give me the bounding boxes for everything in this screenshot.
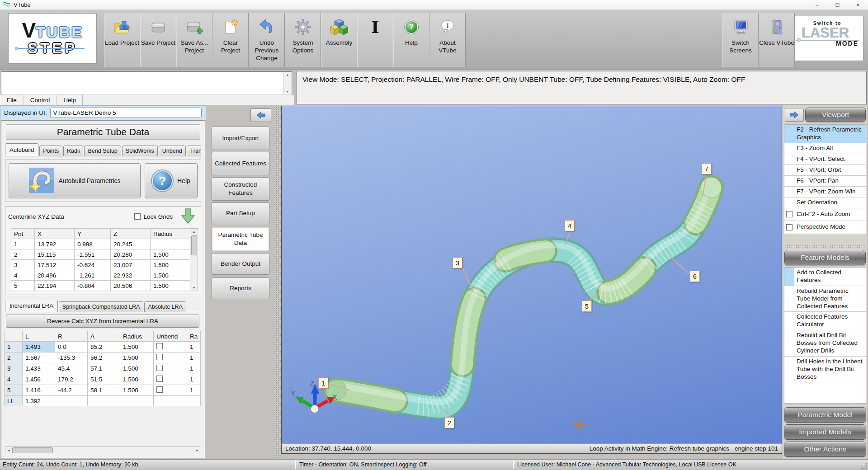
cell[interactable]: 1.500 [120,385,154,396]
unbend-checkbox[interactable] [156,386,163,393]
green-down-arrow-icon[interactable] [181,208,195,226]
cell[interactable]: 45.4 [55,363,88,374]
help-button[interactable]: ? Help [393,13,429,67]
cell[interactable]: 2 [11,249,35,260]
cmd-f5-orbit[interactable]: F5 - VPort: Orbit [784,165,866,176]
cell[interactable]: -1.551 [75,249,111,260]
cell[interactable]: 5 [11,281,35,291]
cell[interactable]: 1 [187,352,201,363]
nav-part-setup[interactable]: Part Setup [212,202,269,224]
cmd-f3-zoom-all[interactable]: F3 - Zoom All [784,143,866,154]
cell[interactable] [120,396,154,406]
cell[interactable]: -1.261 [75,270,111,281]
point-label-7[interactable]: 7 [702,163,712,174]
cell[interactable]: 4 [11,270,35,281]
cell[interactable]: 13.792 [35,239,75,249]
nav-bender-output[interactable]: Bender Output [212,253,269,275]
row-id[interactable]: 2 [5,352,23,363]
close-vtube-button[interactable]: Close VTube [759,13,795,67]
cell[interactable]: 0.998 [75,239,111,249]
cell[interactable]: 1.416 [23,385,55,396]
cell-selected[interactable]: 1.493 [23,342,55,352]
tab-absolute-lra[interactable]: Absolute LRA [144,301,186,312]
cell[interactable]: -135.3 [55,352,88,363]
reverse-calc-button[interactable]: Reverse Calc XYZ from Incremental LRA [6,315,199,328]
vertical-splitter[interactable] [274,105,281,459]
tab-unbend[interactable]: Unbend [159,146,186,156]
cell[interactable]: 1.433 [23,363,55,374]
nav-import-export[interactable]: Import/Export [212,127,269,150]
parametric-model-button[interactable]: Parametric Model [784,407,866,423]
cell[interactable]: 1.500 [151,270,190,281]
cell[interactable]: 20.506 [111,281,151,291]
cell[interactable]: 1.500 [120,342,154,352]
other-actions-button[interactable]: Other Actions [784,442,866,457]
cell[interactable]: 20.280 [111,249,151,260]
cmd-f7-zoom-win[interactable]: F7 - VPort: Zoom Win [784,187,866,197]
point-label-1[interactable]: 1 [318,377,328,389]
cell[interactable]: 56.2 [88,352,120,363]
text-cursor-button[interactable]: I [357,13,393,67]
load-project-button[interactable]: Load Project [104,13,140,67]
cell[interactable]: 15.115 [35,249,75,260]
unbend-checkbox[interactable] [156,343,163,349]
cell[interactable]: 85.2 [88,342,120,352]
scroll-right-icon[interactable]: ► [194,449,201,452]
cmd-f2-refresh[interactable]: F2 - Refresh Parametric Graphics [784,125,866,143]
cell[interactable]: 51.5 [88,374,120,385]
cmd-perspective-mode[interactable]: Perspective Mode [784,221,866,234]
point-label-2[interactable]: 2 [444,417,454,428]
cell[interactable]: 1.500 [120,374,154,385]
cell[interactable]: 3 [11,260,35,270]
cell[interactable]: -0.804 [75,281,111,291]
scroll-up-icon[interactable]: ▲ [286,73,289,76]
cell[interactable]: 1.392 [23,396,55,406]
perspective-mode-checkbox[interactable] [786,224,793,230]
fm-features-calculator[interactable]: Collected Features Calculator [784,312,866,330]
scrollbar-thumb[interactable] [12,447,53,453]
scroll-left-icon[interactable]: ◄ [5,449,12,452]
about-vtube-button[interactable]: i About VTube [429,13,466,67]
close-icon[interactable]: × [848,0,868,9]
maximize-icon[interactable]: □ [827,0,848,9]
scroll-down-icon[interactable]: ▼ [286,90,289,93]
unbend-checkbox[interactable] [156,376,163,382]
feature-models-header[interactable]: Feature Models [784,250,866,265]
tab-solidworks[interactable]: SolidWorks [122,146,158,156]
point-label-3[interactable]: 3 [453,257,462,268]
menu-control[interactable]: Control [24,95,57,105]
cell[interactable]: 1.500 [151,281,190,291]
switch-screens-button[interactable]: Switch Screens [722,13,759,67]
cell[interactable]: 1 [187,363,201,374]
fm-rebuild-parametric[interactable]: Rebuild Parametric Tube Model from Colle… [784,286,866,312]
collapse-left-button[interactable] [250,108,271,122]
displayed-in-ui-input[interactable] [50,108,202,118]
cell[interactable]: 58.1 [88,385,120,396]
viewport-section-header[interactable]: Viewport [805,108,866,122]
cell[interactable]: 1.456 [23,374,55,385]
cell[interactable]: 23.007 [111,260,151,270]
lock-grids-checkbox[interactable] [134,213,141,220]
assembly-button[interactable]: Assembly [321,13,357,67]
row-id[interactable]: LL [5,396,23,406]
cell[interactable]: 1.500 [151,260,190,270]
tab-radii[interactable]: Radii [63,146,84,156]
cmd-f4-select[interactable]: F4 - VPort: Select [784,154,866,165]
save-project-button[interactable]: Save Project [140,13,176,67]
menu-help[interactable]: Help [57,95,83,105]
row-id[interactable]: 1 [5,342,23,352]
cell[interactable]: -44.2 [55,385,88,396]
tab-incremental-lra[interactable]: Incremental LRA [5,301,58,312]
xyz-table-scrollbar[interactable]: ▲ ▼ [190,228,198,291]
cell[interactable] [55,396,88,406]
cell[interactable]: 0.0 [55,342,88,352]
cmd-set-orientation[interactable]: Set Orientation [784,197,866,208]
menu-file[interactable]: File [0,95,24,105]
row-id[interactable]: 3 [5,363,23,374]
cell[interactable]: 17.512 [35,260,75,270]
point-label-6[interactable]: 6 [690,271,700,282]
cell[interactable]: 20.245 [111,239,151,249]
tab-tran[interactable]: Tran [187,146,201,156]
autobuild-help-button[interactable]: ? Help [145,163,198,198]
row-id[interactable]: 4 [5,374,23,385]
